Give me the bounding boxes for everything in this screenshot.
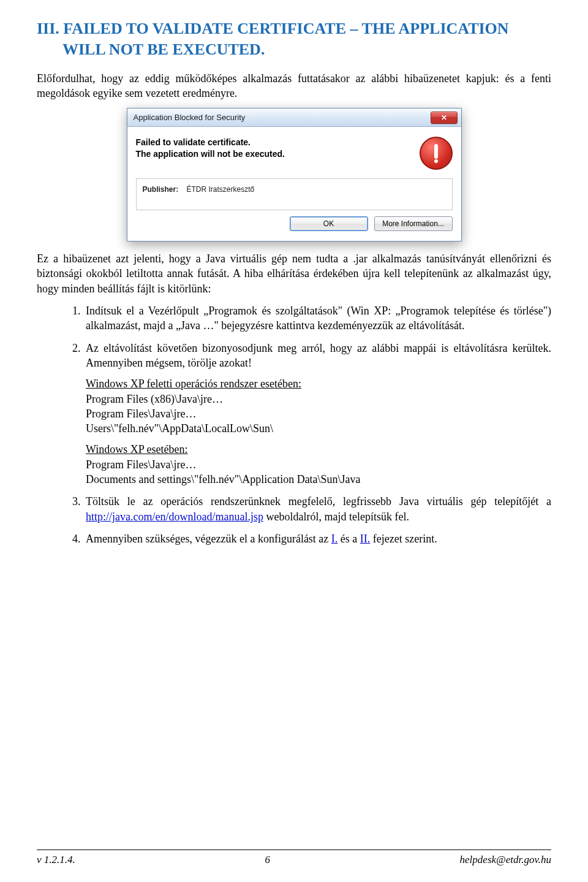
intro-paragraph: Előfordulhat, hogy az eddig működőképes … bbox=[37, 71, 551, 101]
footer-email: helpdesk@etdr.gov.hu bbox=[460, 854, 551, 866]
after-image-paragraph: Ez a hibaüzenet azt jelenti, hogy a Java… bbox=[37, 251, 551, 296]
step-2-block1-title: Windows XP feletti operációs rendszer es… bbox=[86, 376, 551, 391]
footer-page-number: 6 bbox=[265, 854, 270, 866]
section-heading: III. FAILED TO VALIDATE CERTIFICATE – TH… bbox=[37, 18, 551, 60]
step-4: Amennyiben szükséges, végezzük el a konf… bbox=[83, 531, 551, 546]
step-2-block2-line1: Program Files\Java\jre… bbox=[86, 457, 551, 472]
step-2-block2-line2: Documents and settings\"felh.név"\Applic… bbox=[86, 472, 551, 487]
alert-icon bbox=[420, 137, 453, 170]
step-4-text-b: fejezet szerint. bbox=[370, 533, 437, 545]
step-2-text: Az eltávolítást követően bizonyosodjunk … bbox=[86, 342, 551, 369]
close-icon: ✕ bbox=[441, 113, 447, 121]
step-2-block2-title: Windows XP esetében: bbox=[86, 442, 551, 457]
step-3: Töltsük le az operációs rendszerünknek m… bbox=[83, 494, 551, 524]
dialog-title: Application Blocked for Security bbox=[134, 113, 246, 122]
step-1: Indítsuk el a Vezérlőpult „Programok és … bbox=[83, 303, 551, 333]
dialog-message-line1: Failed to validate certificate. bbox=[136, 137, 285, 148]
footer-version: v 1.2.1.4. bbox=[37, 854, 75, 866]
step-3-text-b: weboldalról, majd telepítsük fel. bbox=[263, 511, 409, 523]
step-2-block1-line1: Program Files (x86)\Java\jre… bbox=[86, 392, 551, 406]
step-3-text-a: Töltsük le az operációs rendszerünknek m… bbox=[86, 495, 551, 508]
publisher-value: ÉTDR Iratszerkesztő bbox=[187, 185, 255, 194]
dialog-ok-button[interactable]: OK bbox=[290, 216, 368, 231]
step-2-block1-line2: Program Files\Java\jre… bbox=[86, 406, 551, 421]
chapter-2-link[interactable]: II. bbox=[360, 533, 371, 545]
dialog-more-button[interactable]: More Information... bbox=[374, 216, 453, 231]
step-2-block1-line3: Users\"felh.név"\AppData\LocalLow\Sun\ bbox=[86, 421, 551, 436]
step-2: Az eltávolítást követően bizonyosodjunk … bbox=[83, 341, 551, 487]
step-4-text-mid: és a bbox=[337, 533, 360, 545]
dialog-detail-box: Publisher: ÉTDR Iratszerkesztő bbox=[136, 178, 453, 210]
publisher-label: Publisher: bbox=[143, 185, 179, 194]
dialog-close-button[interactable]: ✕ bbox=[431, 112, 458, 124]
step-4-text-a: Amennyiben szükséges, végezzük el a konf… bbox=[86, 533, 331, 545]
dialog-titlebar: Application Blocked for Security ✕ bbox=[127, 108, 461, 127]
dialog-message-line2: The application will not be executed. bbox=[136, 148, 285, 160]
java-download-link[interactable]: http://java.com/en/download/manual.jsp bbox=[86, 511, 263, 523]
page-footer: v 1.2.1.4. 6 helpdesk@etdr.gov.hu bbox=[37, 850, 551, 866]
chapter-1-link[interactable]: I. bbox=[331, 533, 338, 545]
dialog-screenshot: Application Blocked for Security ✕ Faile… bbox=[37, 108, 551, 241]
